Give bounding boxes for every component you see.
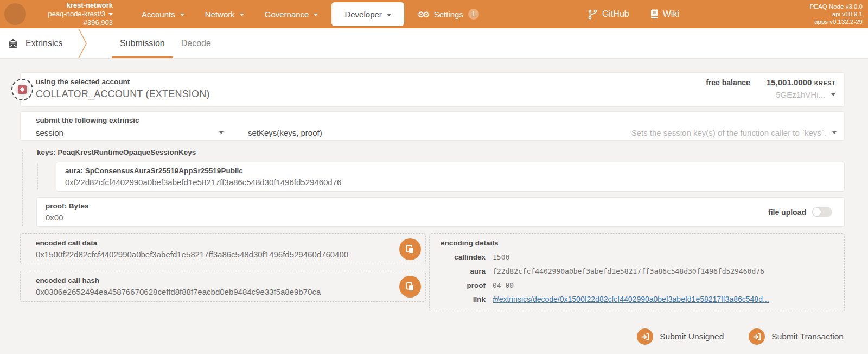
sign-in-icon xyxy=(637,328,653,345)
account-info: using the selected account COLLATOR_ACCO… xyxy=(36,78,210,102)
network-info[interactable]: krest-network peaq-node-krest/3 #396,903 xyxy=(31,1,113,27)
tab-bar: Extrinsics Submission Decode xyxy=(0,28,868,59)
account-selector[interactable]: using the selected account COLLATOR_ACCO… xyxy=(20,72,845,107)
aura-param: aura: SpConsensusAuraSr25519AppSr25519Pu… xyxy=(56,162,845,192)
proof-param: proof: Bytes 0x00 file upload xyxy=(36,197,845,227)
extrinsic-params: keys: PeaqKrestRuntimeOpaqueSessionKeys … xyxy=(20,141,845,233)
encoded-call-hash-label: encoded call hash xyxy=(36,276,393,285)
detail-row-link: link #/extrinsics/decode/0x1500f22d82cfc… xyxy=(441,293,837,306)
detail-row-callindex: callindex 1500 xyxy=(441,251,837,263)
pallet-value: session xyxy=(36,128,63,137)
breadcrumb-divider xyxy=(77,28,90,58)
pallet-select[interactable]: session xyxy=(36,128,224,137)
account-address-dropdown[interactable]: 5GEz1hVHi... xyxy=(706,90,835,99)
extrinsic-selector: submit the following extrinsic session s… xyxy=(20,111,845,141)
chevron-down-icon xyxy=(832,131,837,134)
code-branch-icon xyxy=(588,9,597,20)
chevron-down-icon xyxy=(108,13,113,16)
proof-param-input[interactable]: 0x00 xyxy=(46,213,89,222)
sign-in-icon xyxy=(749,328,765,345)
free-balance-label: free balance xyxy=(706,78,750,87)
network-logo[interactable] xyxy=(4,3,26,25)
encoding-details-box: encoding details callindex 1500 aura f22… xyxy=(429,233,845,311)
chevron-down-icon xyxy=(219,131,224,134)
nav-settings[interactable]: ⚙⚙ Settings 1 xyxy=(407,0,489,28)
file-upload-toggle[interactable] xyxy=(812,207,832,217)
settings-badge: 1 xyxy=(468,9,479,20)
nav-network[interactable]: Network xyxy=(195,0,254,28)
account-address: 5GEz1hVHi... xyxy=(776,90,825,99)
decode-link[interactable]: #/extrinsics/decode/0x1500f22d82cfcf4402… xyxy=(493,293,769,306)
proof-param-label: proof: Bytes xyxy=(46,202,89,210)
wiki-link[interactable]: Wiki xyxy=(650,9,679,20)
copy-icon xyxy=(405,244,415,254)
gear-icon: ⚙⚙ xyxy=(418,10,428,18)
section-header: Extrinsics xyxy=(0,28,77,58)
tab-decode[interactable]: Decode xyxy=(173,28,219,58)
encoded-call-data-value: 0x1500f22d82cfcf4402990a0bef3abefd1e5821… xyxy=(36,250,393,259)
method-select[interactable]: setKeys(keys, proof) Sets the session ke… xyxy=(248,128,837,137)
chevron-down-icon xyxy=(180,14,184,16)
action-buttons: Submit Unsigned Submit Transaction xyxy=(20,328,845,345)
aura-param-label: aura: SpConsensusAuraSr25519AppSr25519Pu… xyxy=(65,167,835,175)
copy-call-data-button[interactable] xyxy=(399,238,421,260)
apps-version: apps v0.132.2-29 xyxy=(810,18,863,26)
detail-row-proof: proof 04 00 xyxy=(441,279,837,292)
nav-accounts[interactable]: Accounts xyxy=(131,0,195,28)
section-title: Extrinsics xyxy=(25,39,62,48)
main-nav: Accounts Network Governance Developer ⚙⚙… xyxy=(131,0,489,28)
chevron-down-icon xyxy=(314,14,318,16)
submit-unsigned-button[interactable]: Submit Unsigned xyxy=(637,328,724,345)
nav-developer[interactable]: Developer xyxy=(331,2,404,26)
api-version: api v10.9.1 xyxy=(810,10,863,18)
account-name: COLLATOR_ACCOUNT (EXTENSION) xyxy=(36,88,210,100)
node-name: peaq-node-krest/3 xyxy=(48,10,105,18)
copy-icon xyxy=(405,282,415,292)
github-link[interactable]: GitHub xyxy=(588,9,629,20)
method-doc: Sets the session key(s) of the function … xyxy=(631,128,826,137)
detail-row-aura: aura f22d82cfcf4402990a0bef3abefd1e58217… xyxy=(441,265,837,277)
tab-submission[interactable]: Submission xyxy=(112,28,173,58)
node-version: PEAQ Node v3.0.0 xyxy=(810,3,863,10)
account-label: using the selected account xyxy=(36,78,210,86)
book-icon xyxy=(650,9,658,19)
file-upload-label: file upload xyxy=(768,208,806,217)
aura-param-input[interactable]: 0xf22d82cfcf4402990a0bef3abefd1e58217ff3… xyxy=(65,178,835,187)
encoded-call-data-label: encoded call data xyxy=(36,239,393,247)
top-bar: krest-network peaq-node-krest/3 #396,903… xyxy=(0,0,868,28)
chevron-down-icon xyxy=(387,14,391,16)
extrinsics-icon xyxy=(8,38,18,49)
encoded-call-data-box: encoded call data 0x1500f22d82cfcf440299… xyxy=(20,233,426,264)
keys-param-label: keys: PeaqKrestRuntimeOpaqueSessionKeys xyxy=(37,148,845,156)
tabs: Submission Decode xyxy=(112,28,219,58)
version-info: PEAQ Node v3.0.0 api v10.9.1 apps v0.132… xyxy=(810,3,868,26)
account-balance: free balance 15,001.0000 KREST 5GEz1hVHi… xyxy=(706,78,835,102)
free-balance-value: 15,001.0000 xyxy=(767,78,812,87)
network-name: krest-network xyxy=(31,1,113,10)
chevron-down-icon xyxy=(240,14,244,16)
chevron-down-icon xyxy=(831,93,835,96)
encoded-call-hash-box: encoded call hash 0x0306e2652494ea458766… xyxy=(20,271,426,302)
copy-call-hash-button[interactable] xyxy=(399,276,421,298)
nav-governance[interactable]: Governance xyxy=(254,0,329,28)
account-identicon xyxy=(11,79,33,100)
free-balance-unit: KREST xyxy=(814,80,835,86)
encoded-call-hash-value: 0x0306e2652494ea45876670628ceffd8f88f7ea… xyxy=(36,287,393,296)
encoding-details-title: encoding details xyxy=(441,239,837,247)
method-value: setKeys(keys, proof) xyxy=(248,128,322,137)
extrinsic-label: submit the following extrinsic xyxy=(36,116,837,124)
main-content: using the selected account COLLATOR_ACCO… xyxy=(0,59,868,345)
submit-transaction-button[interactable]: Submit Transaction xyxy=(749,328,844,345)
block-number: #396,903 xyxy=(31,18,113,27)
